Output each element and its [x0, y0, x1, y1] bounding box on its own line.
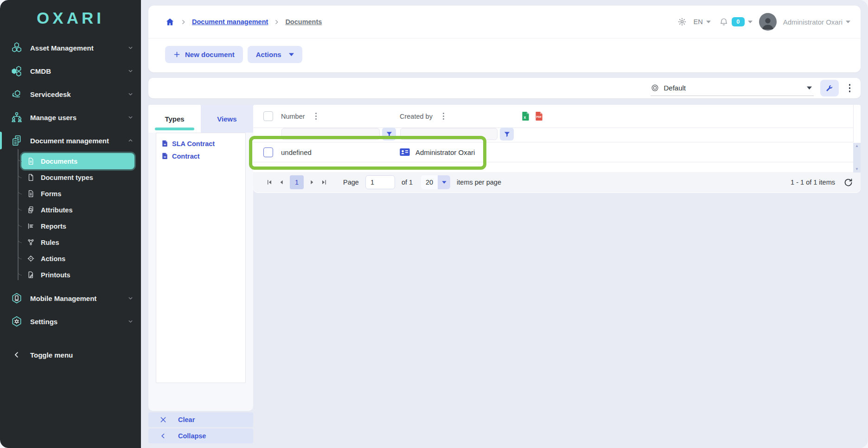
- sidebar-item-document-types[interactable]: Document types: [21, 169, 134, 186]
- sidebar-item-rules[interactable]: Rules: [21, 234, 134, 250]
- grid-pager: 1 Page of 1 20 items per page: [253, 172, 861, 192]
- column-menu-icon[interactable]: [439, 110, 448, 122]
- chevron-down-icon[interactable]: [748, 20, 753, 23]
- breadcrumb-link-document-management[interactable]: Document management: [192, 18, 268, 26]
- refresh-icon[interactable]: [843, 178, 853, 187]
- sidebar-item-label: Document management: [30, 137, 109, 145]
- view-select-value: Default: [664, 84, 686, 92]
- tab-types[interactable]: Types: [148, 105, 201, 133]
- table-row[interactable]: undefined Administrator Oxari: [253, 142, 861, 162]
- toggle-menu-button[interactable]: Toggle menu: [0, 343, 141, 366]
- page-number-button[interactable]: 1: [290, 175, 304, 189]
- sidebar-subitem-label: Documents: [41, 158, 77, 165]
- tab-views[interactable]: Views: [201, 105, 253, 133]
- gear-icon[interactable]: [677, 17, 687, 26]
- main-area: Document management Documents EN 0: [141, 0, 868, 448]
- svg-text:PDF: PDF: [536, 115, 542, 118]
- sidebar-item-label: Settings: [30, 318, 57, 326]
- breadcrumb-current-documents[interactable]: Documents: [285, 18, 322, 26]
- avatar[interactable]: [759, 13, 777, 31]
- documents-icon: [26, 157, 35, 166]
- sidebar-item-attributes[interactable]: Attributes: [21, 202, 134, 218]
- svg-text:w: w: [163, 155, 166, 158]
- manage-users-icon: [10, 111, 23, 124]
- sidebar-item-asset-management[interactable]: Asset Management: [0, 36, 141, 59]
- new-document-button[interactable]: New document: [165, 46, 243, 63]
- sidebar: OXARI Asset Management CMDB: [0, 0, 141, 448]
- view-select[interactable]: Default: [651, 80, 814, 96]
- chevron-down-icon[interactable]: [846, 20, 850, 23]
- actions-button[interactable]: Actions: [248, 46, 302, 63]
- sidebar-item-label: Mobile Management: [30, 294, 96, 302]
- page-label: Page: [343, 179, 359, 186]
- home-icon[interactable]: [165, 17, 175, 27]
- chevron-down-icon: [128, 70, 133, 72]
- scroll-down-icon[interactable]: ▼: [855, 167, 859, 171]
- type-item-sla-contract[interactable]: w SLA Contract: [156, 137, 245, 150]
- collapse-button[interactable]: Collapse: [148, 429, 253, 443]
- column-header-created-by[interactable]: Created by: [400, 110, 518, 122]
- sidebar-item-documents[interactable]: Documents: [21, 153, 134, 169]
- wrench-icon: [825, 84, 833, 92]
- content-row: Types Views w SLA Contract: [148, 105, 861, 443]
- sidebar-item-forms[interactable]: Forms: [21, 186, 134, 202]
- next-page-button[interactable]: [306, 176, 318, 188]
- last-page-button[interactable]: [318, 176, 330, 188]
- sidebar-item-manage-users[interactable]: Manage users: [0, 106, 141, 129]
- document-management-submenu: Documents Document types Forms Attribute…: [0, 152, 141, 287]
- sidebar-subitem-label: Forms: [41, 190, 61, 198]
- vertical-scrollbar[interactable]: ▲ ▼: [853, 143, 861, 173]
- bell-icon[interactable]: [719, 17, 728, 26]
- first-page-button[interactable]: [263, 176, 275, 188]
- mobile-management-icon: [10, 292, 23, 305]
- chevron-down-icon: [128, 320, 133, 323]
- sidebar-subitem-label: Reports: [41, 223, 66, 230]
- sidebar-item-reports[interactable]: Reports: [21, 218, 134, 234]
- view-default-icon: [651, 83, 659, 92]
- sidebar-item-printouts[interactable]: Printouts: [21, 267, 134, 283]
- types-panel-body: w SLA Contract w Contract: [148, 133, 253, 411]
- items-per-page-label: items per page: [457, 179, 501, 186]
- types-panel: Types Views w SLA Contract: [148, 105, 253, 443]
- sidebar-item-label: Servicedesk: [30, 90, 71, 98]
- column-menu-icon[interactable]: [312, 110, 320, 122]
- view-toolbar: Default: [148, 78, 861, 98]
- number-filter-input[interactable]: [281, 128, 380, 140]
- user-name[interactable]: Administrator Oxari: [783, 18, 842, 26]
- sidebar-item-servicedesk[interactable]: Servicedesk: [0, 83, 141, 106]
- chevron-down-icon[interactable]: [706, 20, 711, 23]
- type-item-label: Contract: [172, 153, 200, 160]
- action-buttons-row: New document Actions: [148, 38, 861, 72]
- number-filter-button[interactable]: [382, 128, 396, 141]
- sidebar-item-settings[interactable]: Settings: [0, 310, 141, 333]
- toggle-menu-label: Toggle menu: [30, 351, 73, 359]
- documents-grid: Number Created by x PDF: [253, 105, 861, 193]
- clear-button[interactable]: Clear: [148, 412, 253, 427]
- page-size-select[interactable]: 20: [421, 175, 450, 189]
- language-selector[interactable]: EN: [693, 18, 702, 26]
- row-checkbox[interactable]: [263, 147, 273, 157]
- created-by-filter-button[interactable]: [500, 128, 514, 141]
- type-item-contract[interactable]: w Contract: [156, 150, 245, 162]
- panel-tabs: Types Views: [148, 105, 253, 133]
- export-pdf-icon[interactable]: PDF: [535, 111, 543, 121]
- funnel-icon: [504, 131, 511, 138]
- settings-icon: [10, 315, 23, 328]
- created-by-filter-input[interactable]: [400, 128, 498, 140]
- sidebar-item-mobile-management[interactable]: Mobile Management: [0, 287, 141, 310]
- select-all-checkbox[interactable]: [263, 111, 273, 121]
- chevron-left-icon: [10, 349, 23, 361]
- page-of-label: of 1: [402, 179, 413, 186]
- header-card: Document management Documents EN 0: [148, 6, 861, 72]
- column-header-number[interactable]: Number: [281, 110, 400, 122]
- breadcrumb: Document management Documents EN 0: [148, 6, 861, 38]
- grid-settings-button[interactable]: [820, 80, 839, 96]
- scroll-up-icon[interactable]: ▲: [855, 144, 859, 148]
- export-excel-icon[interactable]: x: [521, 111, 530, 121]
- page-number-input[interactable]: [365, 175, 395, 189]
- chevron-right-icon: [274, 19, 280, 25]
- sidebar-item-cmdb[interactable]: CMDB: [0, 59, 141, 83]
- more-options-button[interactable]: [845, 81, 855, 95]
- sidebar-item-actions[interactable]: Actions: [21, 250, 134, 267]
- previous-page-button[interactable]: [275, 176, 287, 188]
